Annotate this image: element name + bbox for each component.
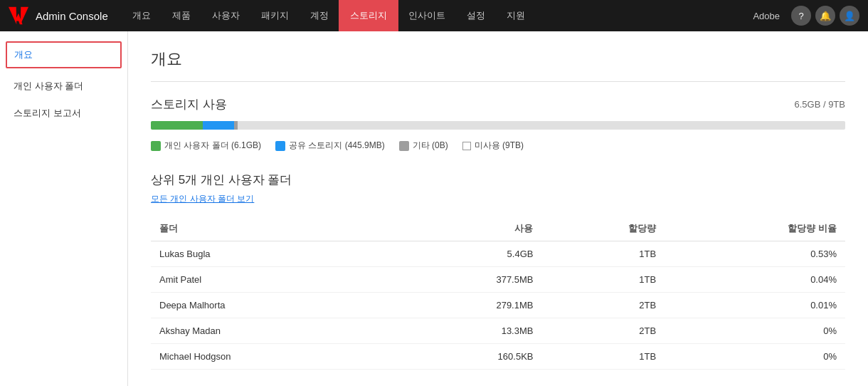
notification-icon[interactable]: 🔔 <box>815 6 835 26</box>
cell-ratio-1: 0.04% <box>665 267 845 293</box>
nav-item-users[interactable]: 사용자 <box>202 0 250 31</box>
col-header-allocation: 할당량 <box>541 217 665 241</box>
cell-folder-0: Lukas Bugla <box>151 241 393 267</box>
table-row: Akshay Madan 13.3MB 2TB 0% <box>151 318 845 344</box>
storage-legend: 개인 사용자 폴더 (6.1GB) 공유 스토리지 (445.9MB) 기타 (… <box>151 140 845 152</box>
table-row: Deepa Malhorta 279.1MB 2TB 0.01% <box>151 293 845 318</box>
nav-item-insights[interactable]: 인사이트 <box>398 0 455 31</box>
nav-items: 개요 제품 사용자 패키지 계정 스토리지 인사이트 설정 지원 <box>122 0 746 31</box>
page-title: 개요 <box>151 48 845 70</box>
legend-label-unused: 미사용 (9TB) <box>475 140 524 152</box>
view-all-link[interactable]: 모든 개인 사용자 폴더 보기 <box>151 193 254 205</box>
legend-dot-shared <box>275 141 285 151</box>
cell-usage-2: 279.1MB <box>393 293 541 318</box>
nav-item-settings[interactable]: 설정 <box>457 0 495 31</box>
cell-allocation-1: 1TB <box>541 267 665 293</box>
main-content: 개요 스토리지 사용 6.5GB / 9TB 개인 사용자 폴더 (6.1GB)… <box>128 31 868 386</box>
col-header-ratio: 할당량 비율 <box>665 217 845 241</box>
nav-item-products[interactable]: 제품 <box>162 0 201 31</box>
storage-title: 스토리지 사용 <box>151 96 227 113</box>
cell-usage-1: 377.5MB <box>393 267 541 293</box>
legend-item-other: 기타 (0B) <box>399 140 448 152</box>
help-icon[interactable]: ? <box>791 6 811 26</box>
nav-item-packages[interactable]: 패키지 <box>251 0 299 31</box>
cell-folder-2: Deepa Malhorta <box>151 293 393 318</box>
cell-usage-3: 13.3MB <box>393 318 541 344</box>
top5-table: 폴더 사용 할당량 할당량 비율 Lukas Bugla 5.4GB 1TB 0… <box>151 217 845 370</box>
legend-item-unused: 미사용 (9TB) <box>462 140 524 152</box>
top-nav: Admin Console 개요 제품 사용자 패키지 계정 스토리지 인사이트… <box>0 0 868 31</box>
col-header-folder: 폴더 <box>151 217 393 241</box>
storage-total: 6.5GB / 9TB <box>794 99 845 110</box>
adobe-logo-icon <box>9 6 28 26</box>
cell-ratio-3: 0% <box>665 318 845 344</box>
table-row: Lukas Bugla 5.4GB 1TB 0.53% <box>151 241 845 267</box>
storage-progress-bar <box>151 121 845 130</box>
legend-dot-other <box>399 141 409 151</box>
legend-label-shared: 공유 스토리지 (445.9MB) <box>289 140 385 152</box>
cell-folder-4: Michael Hodgson <box>151 344 393 370</box>
cell-usage-4: 160.5KB <box>393 344 541 370</box>
progress-bar-personal <box>151 121 203 130</box>
legend-item-shared: 공유 스토리지 (445.9MB) <box>275 140 385 152</box>
nav-item-overview[interactable]: 개요 <box>122 0 161 31</box>
progress-bar-shared <box>203 121 234 130</box>
user-avatar-icon[interactable]: 👤 <box>840 6 859 26</box>
cell-allocation-0: 1TB <box>541 241 665 267</box>
table-header-row: 폴더 사용 할당량 할당량 비율 <box>151 217 845 241</box>
cell-allocation-2: 2TB <box>541 293 665 318</box>
cell-usage-0: 5.4GB <box>393 241 541 267</box>
nav-right: Adobe ? 🔔 👤 <box>746 6 859 26</box>
progress-bar-other <box>234 121 238 130</box>
legend-dot-personal <box>151 141 161 151</box>
legend-label-personal: 개인 사용자 폴더 (6.1GB) <box>164 140 261 152</box>
nav-item-storage[interactable]: 스토리지 <box>340 0 397 31</box>
divider-1 <box>151 81 845 82</box>
storage-section-header: 스토리지 사용 6.5GB / 9TB <box>151 96 845 113</box>
nav-item-support[interactable]: 지원 <box>497 0 535 31</box>
cell-allocation-3: 2TB <box>541 318 665 344</box>
sidebar-item-overview[interactable]: 개요 <box>6 41 122 68</box>
legend-label-other: 기타 (0B) <box>413 140 448 152</box>
cell-folder-3: Akshay Madan <box>151 318 393 344</box>
cell-ratio-0: 0.53% <box>665 241 845 267</box>
nav-item-account[interactable]: 계정 <box>300 0 339 31</box>
table-row: Amit Patel 377.5MB 1TB 0.04% <box>151 267 845 293</box>
top5-title: 상위 5개 개인 사용자 폴더 <box>151 172 845 188</box>
table-row: Michael Hodgson 160.5KB 1TB 0% <box>151 344 845 370</box>
nav-logo: Admin Console <box>9 6 108 26</box>
cell-ratio-4: 0% <box>665 344 845 370</box>
legend-item-personal: 개인 사용자 폴더 (6.1GB) <box>151 140 261 152</box>
nav-adobe-label[interactable]: Adobe <box>746 8 787 24</box>
cell-allocation-4: 1TB <box>541 344 665 370</box>
sidebar-item-personal[interactable]: 개인 사용자 폴더 <box>0 73 127 100</box>
layout: 개요 개인 사용자 폴더 스토리지 보고서 개요 스토리지 사용 6.5GB /… <box>0 31 868 386</box>
cell-ratio-2: 0.01% <box>665 293 845 318</box>
sidebar: 개요 개인 사용자 폴더 스토리지 보고서 <box>0 31 128 386</box>
legend-dot-unused <box>462 142 471 150</box>
app-title: Admin Console <box>36 10 108 22</box>
cell-folder-1: Amit Patel <box>151 267 393 293</box>
sidebar-item-reports[interactable]: 스토리지 보고서 <box>0 100 127 127</box>
col-header-usage: 사용 <box>393 217 541 241</box>
